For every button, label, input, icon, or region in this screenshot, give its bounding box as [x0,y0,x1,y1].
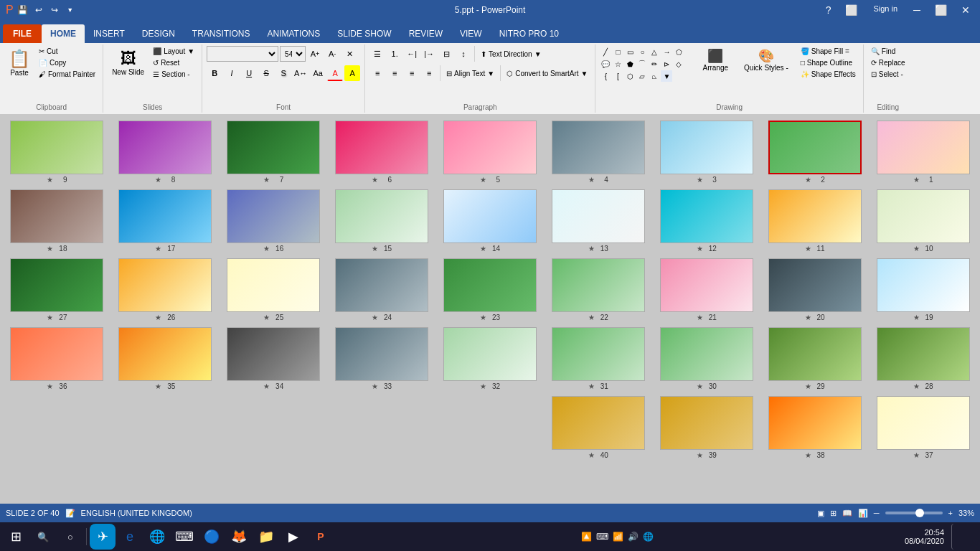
slide-item-22[interactable]: ★22 [547,258,649,321]
shape-more[interactable]: ⬟ [624,58,636,70]
copy-button[interactable]: 📄 Copy [36,57,98,68]
tab-nitro[interactable]: NITRO PRO 10 [491,24,567,43]
slide-item-18[interactable]: ★18 [6,189,108,253]
shape-diamond[interactable]: ◇ [673,58,684,70]
slide-item-34[interactable]: ★34 [222,327,325,390]
slide-item-20[interactable]: ★20 [763,258,866,321]
align-text-button[interactable]: ⊟ Align Text▼ [443,65,497,81]
taskbar-media[interactable]: ▶ [281,524,306,550]
slide-item-21[interactable]: ★21 [655,258,758,321]
slide-item-8[interactable]: ★8 [114,121,217,184]
slide-item-27[interactable]: ★27 [6,258,108,321]
shape-star[interactable]: ☆ [612,58,623,70]
taskbar-files[interactable]: 📁 [253,524,279,550]
quick-save-icon[interactable]: 💾 [17,4,29,17]
taskbar-telegram[interactable]: ✈ [90,524,116,550]
help-button[interactable]: ? [821,3,836,17]
taskbar-ie[interactable]: e [117,524,143,550]
slide-item-38[interactable]: ★38 [763,396,866,459]
slide-item-15[interactable]: ★15 [331,189,433,253]
quick-customize-icon[interactable]: ▼ [64,4,77,17]
font-color-button[interactable]: A [327,65,343,81]
slide-item-31[interactable]: ★31 [547,327,649,390]
decrease-font-button[interactable]: A- [324,46,340,62]
line-spacing-button[interactable]: ↕ [456,46,471,62]
clear-formatting-button[interactable]: ✕ [341,46,357,62]
slide-item-2[interactable]: ★2 [763,121,866,184]
reset-button[interactable]: ↺ Reset [150,57,197,68]
shape-callout[interactable]: 💬 [600,58,611,70]
slide-item-3[interactable]: ★3 [655,121,758,184]
taskbar-clock[interactable]: 20:54 08/04/2020 [905,528,950,545]
cut-button[interactable]: ✂ Cut [36,46,98,57]
shape-cylinder[interactable]: ⬡ [624,70,636,82]
slide-item-13[interactable]: ★13 [547,189,649,253]
tab-file[interactable]: FILE [3,24,42,43]
bullets-button[interactable]: ☰ [369,46,385,62]
underline-button[interactable]: U [241,65,257,81]
slide-item-5[interactable]: ★5 [439,121,542,184]
find-button[interactable]: 🔍 Find [868,46,908,57]
change-case-button[interactable]: Aa [310,65,326,81]
slide-item-19[interactable]: ★19 [872,258,974,321]
taskbar-browser2[interactable]: 🌐 [144,524,170,550]
slide-item-37[interactable]: ★37 [872,396,974,459]
zoom-level[interactable]: 33% [958,509,974,517]
close-button[interactable]: ✕ [957,3,974,17]
layout-button[interactable]: ⬛ Layout ▼ [150,46,197,57]
columns-button[interactable]: ⊟ [438,46,454,62]
arrange-button[interactable]: ⬛ Arrange [696,46,735,74]
shape-outline-button[interactable]: □ Shape Outline [798,57,859,68]
taskbar-keyboard[interactable]: ⌨ [171,524,197,550]
shape-parallelogram[interactable]: ▱ [636,70,648,82]
slides-panel[interactable]: ★1★2★3★4★5★6★7★8★9★10★11★12★13★14★15★16★… [0,115,980,504]
shape-rounded-rect[interactable]: ▭ [624,46,636,57]
increase-indent-button[interactable]: |→ [421,46,437,62]
slide-item-9[interactable]: ★9 [6,121,108,184]
slide-item-11[interactable]: ★11 [763,189,866,253]
replace-button[interactable]: ⟳ Replace [868,57,908,68]
font-family-select[interactable] [207,46,278,62]
ribbon-display-button[interactable]: ⬜ [841,3,862,17]
minimize-button[interactable]: ─ [909,3,925,17]
slide-item-40[interactable]: ★40 [547,396,649,459]
slide-item-35[interactable]: ★35 [114,327,217,390]
tab-design[interactable]: DESIGN [133,24,184,43]
text-direction-button[interactable]: ⬆ Text Direction▼ [478,46,544,62]
tab-view[interactable]: VIEW [451,24,491,43]
view-reading-button[interactable]: 📖 [842,509,852,518]
bold-button[interactable]: B [207,65,222,81]
tab-review[interactable]: REVIEW [400,24,451,43]
convert-smartart-button[interactable]: ⬡ Convert to SmartArt▼ [504,65,590,81]
slide-item-4[interactable]: ★4 [547,121,649,184]
shape-trapezoid[interactable]: ⏢ [649,70,660,82]
shape-bracket[interactable]: [ [612,70,623,82]
sys-volume-icon[interactable]: 🔊 [628,532,639,542]
quick-undo-icon[interactable]: ↩ [32,4,45,17]
strikethrough-button[interactable]: S [258,65,274,81]
slide-item-17[interactable]: ★17 [114,189,217,253]
select-button[interactable]: ⊡ Select - [868,69,908,80]
justify-button[interactable]: ≡ [421,65,437,81]
slide-item-6[interactable]: ★6 [331,121,433,184]
shape-curve[interactable]: ⌒ [636,58,648,70]
shape-arrow[interactable]: → [661,46,672,57]
taskbar-cortana[interactable]: ○ [57,524,83,550]
slide-item-10[interactable]: ★10 [872,189,974,253]
shadow-button[interactable]: S [275,65,291,81]
slide-item-36[interactable]: ★36 [6,327,108,390]
slide-item-12[interactable]: ★12 [655,189,758,253]
slide-item-23[interactable]: ★23 [439,258,542,321]
align-right-button[interactable]: ≡ [404,65,420,81]
sign-in-button[interactable]: Sign in [867,3,903,17]
slide-item-39[interactable]: ★39 [655,396,758,459]
taskbar-powerpoint[interactable]: P [308,524,334,550]
shape-line[interactable]: ╱ [600,46,611,57]
zoom-slider[interactable] [885,512,943,514]
shape-pentagon[interactable]: ⬠ [673,46,684,57]
slide-item-30[interactable]: ★30 [655,327,758,390]
slide-item-1[interactable]: ★1 [872,121,974,184]
taskbar-firefox[interactable]: 🦊 [226,524,252,550]
slide-item-32[interactable]: ★32 [439,327,542,390]
slide-item-28[interactable]: ★28 [872,327,974,390]
